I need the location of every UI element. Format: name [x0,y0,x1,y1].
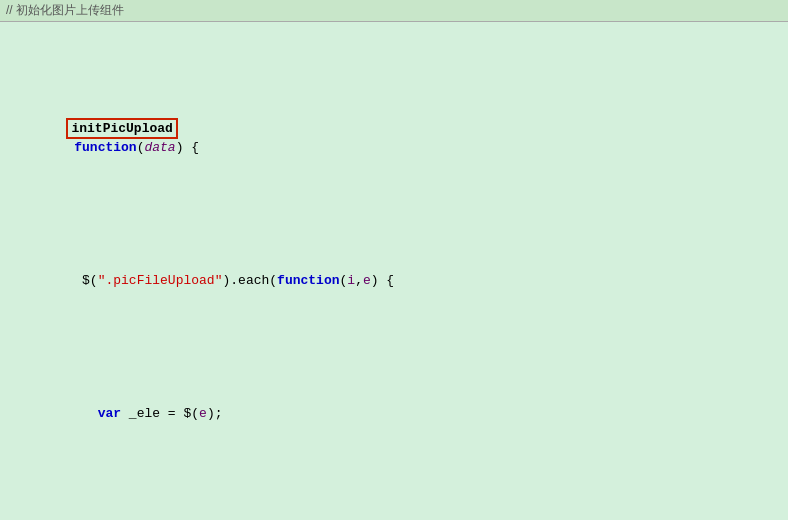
breadcrumb-text: // 初始化图片上传组件 [6,2,124,19]
code-area[interactable]: initPicUpload function(data) { $(".picFi… [0,22,788,520]
code-line-2: $(".picFileUpload").each(function(i,e) { [0,252,788,309]
code-line-3: var _ele = $(e); [0,385,788,442]
breadcrumb-bar: // 初始化图片上传组件 [0,0,788,22]
code-editor: // 初始化图片上传组件 initPicUpload function(data… [0,0,788,520]
code-line-1: initPicUpload function(data) { [0,100,788,176]
highlight-initpicupload: initPicUpload [66,118,177,139]
